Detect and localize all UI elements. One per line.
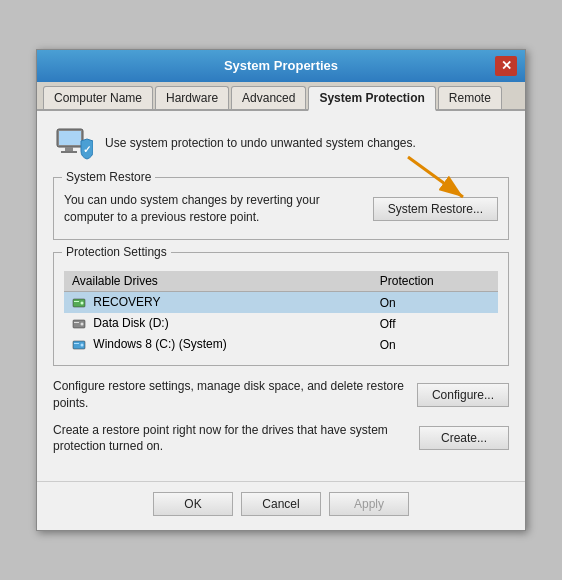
protection-settings-title: Protection Settings: [62, 245, 171, 259]
system-properties-window: System Properties ✕ Computer Name Hardwa…: [36, 49, 526, 531]
window-title: System Properties: [67, 58, 495, 73]
drive-name-cell: Windows 8 (C:) (System): [64, 334, 372, 355]
header-description: Use system protection to undo unwanted s…: [105, 136, 416, 150]
drive-gray-icon: [72, 317, 86, 331]
svg-rect-15: [74, 343, 79, 344]
tab-content: ✓ Use system protection to undo unwanted…: [37, 111, 525, 477]
footer: OK Cancel Apply: [37, 481, 525, 530]
drive-protection-cell: Off: [372, 313, 498, 334]
create-description: Create a restore point right now for the…: [53, 422, 419, 456]
tab-system-protection[interactable]: System Protection: [308, 86, 435, 111]
drives-table-header: Available Drives Protection: [64, 271, 498, 292]
svg-point-14: [81, 343, 84, 346]
svg-rect-3: [61, 151, 77, 153]
configure-row: Configure restore settings, manage disk …: [53, 378, 509, 412]
svg-text:✓: ✓: [83, 144, 91, 155]
svg-rect-1: [59, 131, 81, 145]
drive-name-cell: Data Disk (D:): [64, 313, 372, 334]
col-drives: Available Drives: [64, 271, 372, 292]
tab-hardware[interactable]: Hardware: [155, 86, 229, 109]
svg-rect-12: [74, 322, 79, 323]
table-row[interactable]: Windows 8 (C:) (System) On: [64, 334, 498, 355]
title-bar: System Properties ✕: [37, 50, 525, 82]
system-restore-description: You can undo system changes by reverting…: [64, 192, 373, 226]
create-button[interactable]: Create...: [419, 426, 509, 450]
table-row[interactable]: Data Disk (D:) Off: [64, 313, 498, 334]
system-restore-button[interactable]: System Restore...: [373, 197, 498, 221]
apply-button[interactable]: Apply: [329, 492, 409, 516]
system-restore-inner: You can undo system changes by reverting…: [64, 188, 498, 226]
drive-name-cell: RECOVERY: [64, 292, 372, 313]
ok-button[interactable]: OK: [153, 492, 233, 516]
tab-remote[interactable]: Remote: [438, 86, 502, 109]
system-restore-btn-wrapper: System Restore...: [373, 197, 498, 221]
cancel-button[interactable]: Cancel: [241, 492, 321, 516]
tab-bar: Computer Name Hardware Advanced System P…: [37, 82, 525, 111]
close-button[interactable]: ✕: [495, 56, 517, 76]
tab-computer-name[interactable]: Computer Name: [43, 86, 153, 109]
table-row[interactable]: RECOVERY On: [64, 292, 498, 313]
drive-green-icon: [72, 296, 86, 310]
col-protection: Protection: [372, 271, 498, 292]
create-row: Create a restore point right now for the…: [53, 422, 509, 456]
shield-icon: ✓: [53, 123, 93, 163]
configure-description: Configure restore settings, manage disk …: [53, 378, 417, 412]
configure-button[interactable]: Configure...: [417, 383, 509, 407]
drives-table: Available Drives Protection RECOVERY: [64, 271, 498, 354]
svg-point-11: [81, 323, 84, 326]
svg-point-8: [81, 302, 84, 305]
header-section: ✓ Use system protection to undo unwanted…: [53, 123, 509, 163]
protection-settings-group: Protection Settings Available Drives Pro…: [53, 252, 509, 365]
svg-rect-2: [65, 147, 73, 151]
tab-advanced[interactable]: Advanced: [231, 86, 306, 109]
svg-rect-9: [74, 301, 79, 302]
drive-blue-icon: [72, 338, 86, 352]
system-restore-group: System Restore You can undo system chang…: [53, 177, 509, 241]
drive-protection-cell: On: [372, 292, 498, 313]
drive-protection-cell: On: [372, 334, 498, 355]
system-restore-title: System Restore: [62, 170, 155, 184]
